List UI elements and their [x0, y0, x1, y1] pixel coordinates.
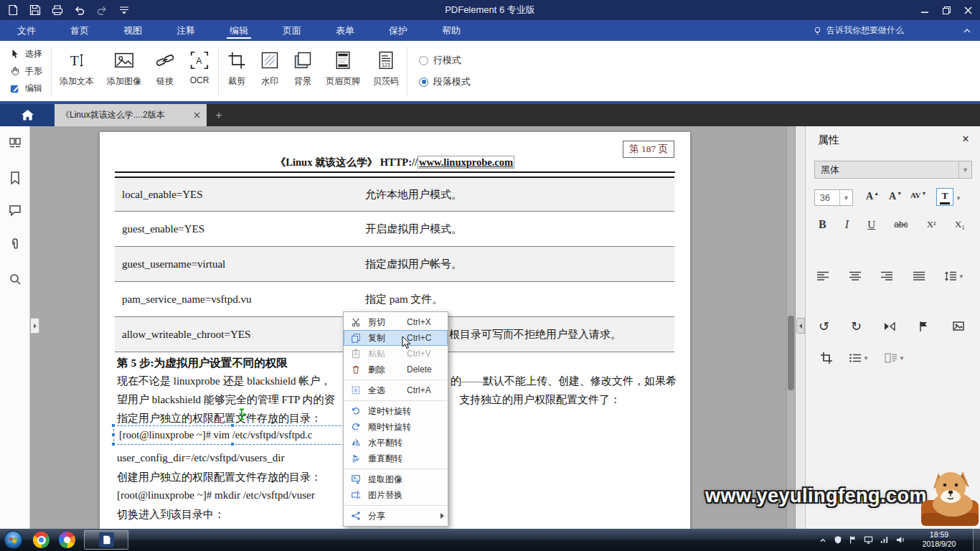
- context-menu-flip-horizontal[interactable]: 水平翻转: [344, 435, 448, 451]
- assistant-search[interactable]: 告诉我你想要做什么: [813, 20, 904, 41]
- taskbar-clock[interactable]: 18:59 2018/9/20: [913, 530, 966, 549]
- undo-icon[interactable]: [73, 4, 86, 17]
- close-button[interactable]: [957, 0, 979, 20]
- crop-button[interactable]: 裁剪: [220, 41, 253, 101]
- header-footer-button[interactable]: 页眉页脚: [319, 41, 367, 101]
- flag-icon[interactable]: [918, 320, 930, 333]
- align-center-icon[interactable]: [849, 271, 862, 281]
- pdfelement-taskbar-button[interactable]: [84, 530, 128, 550]
- selection-handle[interactable]: [230, 423, 235, 428]
- hidden-icons-chevron-icon[interactable]: [819, 536, 827, 545]
- display-monitor-icon[interactable]: [864, 535, 873, 545]
- background-button[interactable]: 背景: [286, 41, 319, 101]
- align-left-icon[interactable]: [816, 271, 829, 281]
- context-menu-copy[interactable]: 复制 Ctrl+C: [344, 330, 448, 346]
- menu-protect[interactable]: 保护: [372, 20, 425, 41]
- menu-file[interactable]: 文件: [0, 20, 53, 41]
- context-menu-flip-vertical[interactable]: 垂直翻转: [344, 451, 448, 466]
- attachments-icon[interactable]: [6, 236, 24, 253]
- context-menu-replace-image[interactable]: 图片替换: [344, 487, 448, 503]
- context-menu-select-all[interactable]: 全选 Ctrl+A: [344, 382, 448, 398]
- line-spacing-icon[interactable]: ▼: [944, 271, 964, 281]
- font-color-button[interactable]: T: [936, 188, 953, 206]
- chrome-taskbar-icon[interactable]: [33, 532, 50, 548]
- print-icon[interactable]: [51, 4, 64, 17]
- align-right-icon[interactable]: [880, 271, 893, 281]
- home-tab-button[interactable]: [0, 104, 55, 126]
- redo-icon[interactable]: [95, 4, 108, 17]
- bold-button[interactable]: B: [819, 218, 826, 231]
- watermark-button[interactable]: 水印: [253, 41, 286, 101]
- context-menu-rotate-cw[interactable]: 顺时针旋转: [344, 419, 448, 435]
- context-menu-paste[interactable]: 粘贴 Ctrl+V: [344, 346, 448, 362]
- minimize-button[interactable]: [914, 0, 936, 20]
- collapse-ribbon-icon[interactable]: [963, 20, 971, 41]
- vertical-scrollbar[interactable]: [786, 126, 795, 529]
- decrease-font-size-button[interactable]: A▼: [889, 191, 902, 202]
- underline-button[interactable]: U: [867, 219, 875, 231]
- save-icon[interactable]: [29, 4, 42, 17]
- thumbnails-icon[interactable]: [6, 135, 24, 152]
- context-menu-delete[interactable]: 删除 Delete: [344, 362, 448, 377]
- tab-close-icon[interactable]: [194, 112, 200, 118]
- align-justify-icon[interactable]: [913, 271, 925, 281]
- italic-button[interactable]: I: [845, 218, 849, 231]
- menu-form[interactable]: 表单: [319, 20, 372, 41]
- scrollbar-thumb[interactable]: [788, 316, 794, 390]
- context-menu-rotate-ccw[interactable]: 逆时针旋转: [344, 403, 448, 419]
- collapse-right-panel-button[interactable]: [796, 318, 805, 334]
- comments-icon[interactable]: [6, 202, 24, 219]
- superscript-button[interactable]: X¹: [927, 219, 936, 230]
- select-tool[interactable]: 选择: [10, 48, 42, 60]
- image-properties-icon[interactable]: [952, 320, 965, 333]
- rotate-right-icon[interactable]: ↻: [851, 320, 862, 333]
- context-menu-cut[interactable]: 剪切 Ctrl+X: [344, 314, 448, 330]
- selection-handle[interactable]: [111, 442, 116, 446]
- new-tab-button[interactable]: +: [207, 104, 231, 126]
- hand-tool[interactable]: 手形: [10, 65, 42, 77]
- menu-edit[interactable]: 编辑: [212, 20, 265, 41]
- menu-page[interactable]: 页面: [265, 20, 319, 41]
- layout-options-icon[interactable]: ▼: [885, 353, 905, 363]
- menu-home[interactable]: 首页: [53, 20, 106, 41]
- ocr-button[interactable]: A OCR: [182, 41, 217, 101]
- crop-tool-icon[interactable]: [820, 352, 833, 364]
- menu-view[interactable]: 视图: [106, 20, 159, 41]
- document-tab[interactable]: 《Linux就该这么学....2版本: [55, 104, 207, 126]
- selection-handle[interactable]: [111, 423, 116, 428]
- bookmarks-icon[interactable]: [6, 169, 24, 187]
- rotate-left-icon[interactable]: ↺: [819, 320, 829, 333]
- search-icon[interactable]: [6, 270, 24, 288]
- start-button[interactable]: [4, 530, 23, 550]
- menu-comment[interactable]: 注释: [159, 20, 212, 41]
- font-family-select[interactable]: 黑体 ▼: [814, 161, 972, 179]
- header-link[interactable]: www.linuxprobe.com: [418, 156, 514, 169]
- context-menu-share[interactable]: 分享: [344, 508, 448, 524]
- bates-button[interactable]: 123 贝茨码: [367, 41, 405, 101]
- network-signal-icon[interactable]: [880, 535, 889, 545]
- edit-tool[interactable]: 编辑: [10, 83, 42, 95]
- selection-handle[interactable]: [111, 433, 116, 437]
- flip-icon[interactable]: [883, 320, 896, 333]
- selection-handle[interactable]: [230, 442, 235, 446]
- paragraph-mode-radio[interactable]: 段落模式: [419, 75, 471, 88]
- add-image-button[interactable]: 添加图像: [100, 41, 148, 101]
- line-mode-radio[interactable]: 行模式: [419, 54, 471, 67]
- close-panel-icon[interactable]: ✕: [960, 133, 971, 144]
- menu-help[interactable]: 帮助: [425, 20, 478, 41]
- customize-quick-toolbar-icon[interactable]: [118, 4, 131, 17]
- action-center-flag-icon[interactable]: [849, 535, 857, 545]
- list-options-icon[interactable]: ▼: [849, 353, 869, 363]
- security-shield-icon[interactable]: [834, 535, 842, 545]
- context-menu-extract-image[interactable]: 提取图像: [344, 471, 448, 487]
- show-desktop-button[interactable]: [973, 529, 980, 551]
- add-text-button[interactable]: T 添加文本: [53, 41, 100, 101]
- restore-button[interactable]: [936, 0, 957, 20]
- increase-font-size-button[interactable]: A▲: [866, 191, 879, 202]
- volume-icon[interactable]: [895, 535, 905, 545]
- font-size-select[interactable]: 36 ▼: [814, 189, 853, 206]
- link-button[interactable]: 链接: [148, 41, 182, 101]
- media-app-taskbar-icon[interactable]: [59, 532, 75, 548]
- selected-text-block[interactable]: [root@linuxprobe ~]# vim /etc/vsftpd/vsf…: [113, 425, 352, 445]
- letter-spacing-button[interactable]: AV▼: [910, 191, 926, 199]
